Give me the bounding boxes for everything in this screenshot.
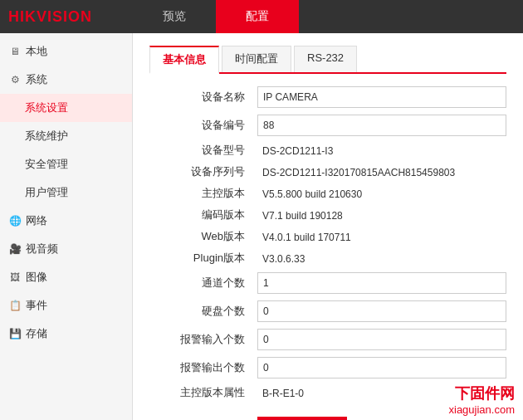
form-row-disk-count: 硬盘个数 [149, 300, 506, 322]
label-main-version: 主控版本 [149, 186, 257, 201]
subtab-time[interactable]: 时间配置 [222, 46, 291, 72]
value-device-number [257, 115, 506, 136]
sidebar-label-network: 网络 [26, 213, 47, 228]
form-row-serial: 设备序列号 DS-2CD1211-I320170815AACH815459803 [149, 164, 506, 179]
input-alarm-input[interactable] [257, 329, 506, 350]
form-row-channel-count: 通道个数 [149, 272, 506, 294]
form-table: 设备名称 设备编号 设备型号 DS-2CD1211-I3 设备序列号 [149, 86, 506, 400]
input-disk-count[interactable] [257, 300, 506, 322]
form-row-alarm-input: 报警输入个数 [149, 329, 506, 350]
input-device-number[interactable] [257, 115, 506, 136]
system-icon: ⚙ [8, 73, 22, 86]
form-row-web-version: Web版本 V4.0.1 build 170711 [149, 229, 506, 244]
sidebar-item-image[interactable]: 🖼 图像 [0, 263, 132, 291]
network-icon: 🌐 [8, 214, 22, 227]
input-device-name[interactable] [257, 86, 506, 108]
sidebar-item-system-maintenance[interactable]: 系统维护 [0, 122, 132, 150]
value-web-version: V4.0.1 build 170711 [257, 231, 506, 243]
value-encode-version: V7.1 build 190128 [257, 209, 506, 222]
sidebar-item-system-settings[interactable]: 系统设置 [0, 94, 132, 122]
label-device-number: 设备编号 [149, 118, 257, 133]
watermark-line1: 下固件网 [449, 383, 516, 403]
form-row-encode-version: 编码版本 V7.1 build 190128 [149, 208, 506, 222]
label-device-model: 设备型号 [149, 143, 257, 158]
logo: HIKVISION [0, 8, 133, 26]
form-row-device-model: 设备型号 DS-2CD1211-I3 [149, 143, 506, 158]
form-row-plugin-version: Plugin版本 V3.0.6.33 [149, 251, 506, 266]
image-icon: 🖼 [8, 271, 22, 284]
label-main-attr: 主控版本属性 [149, 385, 257, 400]
text-plugin-version: V3.0.6.33 [257, 251, 310, 267]
main-layout: 🖥 本地 ⚙ 系统 系统设置 系统维护 安全管理 用户管理 🌐 网络 🎥 视音频… [0, 33, 523, 420]
value-plugin-version: V3.0.6.33 [257, 252, 506, 265]
value-channel-count [257, 272, 506, 294]
text-encode-version: V7.1 build 190128 [257, 208, 348, 224]
sidebar-label-system-maintenance: 系统维护 [25, 129, 68, 144]
text-main-attr: B-R-E1-0 [257, 385, 309, 402]
input-channel-count[interactable] [257, 272, 506, 294]
sidebar-label-event: 事件 [26, 298, 47, 313]
value-alarm-output [257, 357, 506, 378]
storage-icon: 💾 [8, 327, 22, 340]
sidebar-item-network[interactable]: 🌐 网络 [0, 207, 132, 235]
sidebar-label-user: 用户管理 [25, 185, 68, 200]
sidebar-label-video: 视音频 [26, 242, 58, 256]
main-content: 基本信息 时间配置 RS-232 设备名称 设备编号 设备型号 D [133, 33, 523, 420]
form-row-device-number: 设备编号 [149, 115, 506, 136]
watermark-line2: xiagujian.com [449, 403, 516, 416]
label-device-name: 设备名称 [149, 90, 257, 105]
value-alarm-input [257, 329, 506, 350]
sidebar: 🖥 本地 ⚙ 系统 系统设置 系统维护 安全管理 用户管理 🌐 网络 🎥 视音频… [0, 33, 133, 420]
sidebar-item-local[interactable]: 🖥 本地 [0, 37, 132, 66]
local-icon: 🖥 [8, 45, 22, 58]
sidebar-label-system-settings: 系统设置 [25, 100, 68, 115]
nav-tabs: 预览 配置 [133, 0, 299, 33]
subtab-basic[interactable]: 基本信息 [149, 46, 219, 74]
nav-tab-preview[interactable]: 预览 [133, 0, 216, 33]
watermark: 下固件网 xiagujian.com [449, 383, 516, 416]
event-icon: 📋 [8, 299, 22, 312]
input-alarm-output[interactable] [257, 357, 506, 378]
sidebar-label-local: 本地 [26, 44, 47, 59]
value-device-model: DS-2CD1211-I3 [257, 144, 506, 157]
sidebar-label-system: 系统 [26, 72, 47, 87]
sidebar-label-image: 图像 [26, 270, 47, 285]
sidebar-item-event[interactable]: 📋 事件 [0, 291, 132, 320]
value-disk-count [257, 300, 506, 322]
form-row-alarm-output: 报警输出个数 [149, 357, 506, 378]
save-button[interactable]: 💾 保存 [257, 417, 347, 420]
text-serial: DS-2CD1211-I320170815AACH815459803 [257, 164, 460, 181]
label-encode-version: 编码版本 [149, 208, 257, 222]
label-web-version: Web版本 [149, 229, 257, 244]
text-web-version: V4.0.1 build 170711 [257, 229, 356, 246]
value-device-name [257, 86, 506, 108]
video-icon: 🎥 [8, 242, 22, 256]
label-disk-count: 硬盘个数 [149, 304, 257, 319]
logo-text: HIKVISION [8, 8, 92, 26]
sidebar-label-security: 安全管理 [25, 157, 68, 172]
label-serial: 设备序列号 [149, 164, 257, 179]
sidebar-item-video[interactable]: 🎥 视音频 [0, 235, 132, 263]
label-plugin-version: Plugin版本 [149, 251, 257, 266]
form-row-device-name: 设备名称 [149, 86, 506, 108]
value-main-version: V5.5.800 build 210630 [257, 188, 506, 200]
label-alarm-output: 报警输出个数 [149, 360, 257, 375]
sub-tabs: 基本信息 时间配置 RS-232 [149, 46, 506, 74]
text-main-version: V5.5.800 build 210630 [257, 186, 367, 203]
subtab-rs232[interactable]: RS-232 [294, 46, 357, 72]
value-serial: DS-2CD1211-I320170815AACH815459803 [257, 166, 506, 178]
nav-tab-config[interactable]: 配置 [216, 0, 299, 33]
text-device-model: DS-2CD1211-I3 [257, 143, 338, 159]
sidebar-item-storage[interactable]: 💾 存储 [0, 320, 132, 348]
sidebar-label-storage: 存储 [26, 326, 47, 341]
form-row-main-version: 主控版本 V5.5.800 build 210630 [149, 186, 506, 201]
sidebar-item-user[interactable]: 用户管理 [0, 178, 132, 207]
label-alarm-input: 报警输入个数 [149, 332, 257, 347]
sidebar-item-system[interactable]: ⚙ 系统 [0, 66, 132, 94]
label-channel-count: 通道个数 [149, 276, 257, 291]
top-nav: HIKVISION 预览 配置 [0, 0, 523, 33]
sidebar-item-security[interactable]: 安全管理 [0, 150, 132, 178]
